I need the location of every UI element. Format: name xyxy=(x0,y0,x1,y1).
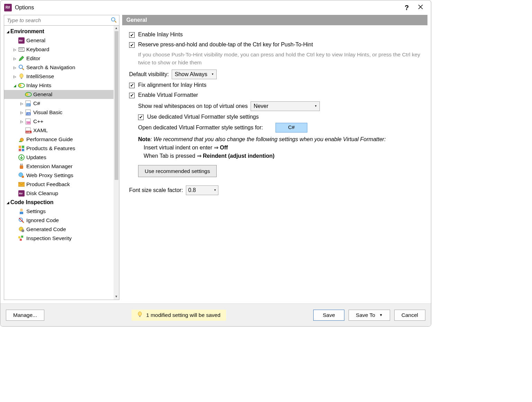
font-scale-label: Font size scale factor: xyxy=(129,186,183,194)
tree-item-ih-general[interactable]: ▷General xyxy=(4,90,114,99)
options-tree[interactable]: ◢Environment ▷R#General ▷Keyboard ▷Edito… xyxy=(4,26,114,300)
chevron-down-icon: ▾ xyxy=(315,104,317,109)
enable-vf-label: Enable Virtual Formatter xyxy=(138,91,198,99)
status-banner: 1 modified setting will be saved xyxy=(132,310,226,321)
tree-section-codeinspection[interactable]: ◢Code Inspection xyxy=(4,198,114,207)
font-scale-select[interactable]: 0.8▾ xyxy=(186,185,218,195)
search-icon xyxy=(111,17,117,23)
scroll-up-icon[interactable]: ▲ xyxy=(114,26,118,30)
show-real-ws-select[interactable]: Never▾ xyxy=(251,101,320,111)
tree-item-keyboard[interactable]: ▷Keyboard xyxy=(4,45,114,54)
enable-inlay-checkbox[interactable]: ✔ xyxy=(129,32,135,38)
tree-item-vb[interactable]: ▷VBVisual Basic xyxy=(4,108,114,117)
panel-header: General xyxy=(122,15,427,25)
svg-point-50 xyxy=(21,229,24,232)
pencil-icon xyxy=(18,55,25,62)
note-block: Note: We recommend that you also change … xyxy=(138,135,421,160)
tree-item-cpp[interactable]: ▷C++C++ xyxy=(4,117,114,126)
settings-panel: General ✔ Enable Inlay Hints ✔ Reserve p… xyxy=(122,15,427,300)
svg-text:C++: C++ xyxy=(26,122,30,124)
reserve-ctrl-label: Reserve press-and-hold and double-tap of… xyxy=(138,40,313,49)
svg-text:VB: VB xyxy=(27,113,30,115)
tree-item-general[interactable]: ▷R#General xyxy=(4,36,114,45)
reserve-ctrl-checkbox[interactable]: ✔ xyxy=(129,42,135,48)
default-visibility-select[interactable]: Show Always▾ xyxy=(172,70,217,79)
tree-item-perfguide[interactable]: ▷Performance Guide xyxy=(4,135,114,144)
use-recommended-button[interactable]: Use recommended settings xyxy=(138,165,217,177)
chevron-down-icon: ▾ xyxy=(214,188,216,193)
enable-vf-checkbox[interactable]: ✔ xyxy=(129,93,135,98)
tree-item-intellisense[interactable]: ▷IntelliSense xyxy=(4,72,114,81)
hint-toggle-icon xyxy=(18,82,25,89)
tree-item-ci-settings[interactable]: ▷Settings xyxy=(4,207,114,216)
svg-rect-40 xyxy=(22,176,24,178)
tree-item-csharp[interactable]: ▷C#C# xyxy=(4,99,114,108)
tree-scrollbar[interactable]: ▲ ▼ xyxy=(114,26,119,300)
title-bar: R# Options ? xyxy=(0,0,431,15)
svg-rect-38 xyxy=(22,164,22,165)
svg-rect-53 xyxy=(20,239,22,241)
vb-file-icon: VB xyxy=(25,109,32,116)
tree-item-extmgr[interactable]: ▷Extension Manager xyxy=(4,162,114,171)
scroll-down-icon[interactable]: ▼ xyxy=(114,295,118,299)
tree-item-editor[interactable]: ▷Editor xyxy=(4,54,114,63)
scrollbar-thumb[interactable] xyxy=(115,31,118,180)
close-button[interactable] xyxy=(414,4,427,11)
svg-point-44 xyxy=(20,209,23,211)
svg-rect-52 xyxy=(21,236,23,238)
tree-item-updates[interactable]: ▷Updates xyxy=(4,153,114,162)
svg-rect-37 xyxy=(20,164,21,165)
open-dedicated-label: Open dedicated Virtual Formatter style s… xyxy=(138,124,263,132)
tree-item-proxy[interactable]: ▷Web Proxy Settings xyxy=(4,171,114,180)
svg-rect-8 xyxy=(21,49,21,49)
svg-rect-9 xyxy=(22,49,23,49)
svg-rect-55 xyxy=(139,316,141,317)
cancel-button[interactable]: Cancel xyxy=(394,310,425,321)
tree-item-ci-severity[interactable]: ▷Inspection Severity xyxy=(4,234,114,243)
tree-item-diskclean[interactable]: ▷R#Disk Cleanup xyxy=(4,189,114,198)
tree-item-products[interactable]: ▷Products & Features xyxy=(4,144,114,153)
hint-toggle-icon xyxy=(25,91,32,98)
xaml-file-icon: XAML xyxy=(25,127,32,134)
gear-star-icon xyxy=(18,226,25,233)
use-dedicated-label: Use dedicated Virtual Formatter style se… xyxy=(147,113,259,121)
help-button[interactable]: ? xyxy=(400,4,414,12)
show-real-ws-label: Show real whitespaces on top of virtual … xyxy=(138,102,248,110)
svg-line-11 xyxy=(22,68,24,70)
tree-item-inlayhints[interactable]: ◢Inlay Hints xyxy=(4,81,114,90)
default-visibility-row: Default visibility: Show Always▾ xyxy=(129,70,421,79)
save-button[interactable]: Save xyxy=(313,310,344,321)
tree-item-xaml[interactable]: ▷XAMLXAML xyxy=(4,126,114,135)
open-csharp-button[interactable]: C# xyxy=(276,123,307,133)
svg-rect-36 xyxy=(20,165,23,169)
resharper-icon: R# xyxy=(4,3,12,12)
fix-alignment-row: ✔ Fix alignment for Inlay Hints xyxy=(129,81,421,89)
svg-point-2 xyxy=(111,18,115,21)
svg-point-12 xyxy=(20,74,23,78)
use-dedicated-checkbox[interactable]: ✔ xyxy=(138,115,144,120)
svg-text:XAML: XAML xyxy=(26,131,31,133)
tree-item-ci-generated[interactable]: ▷Generated Code xyxy=(4,225,114,234)
grid-icon xyxy=(18,145,25,152)
manage-button[interactable]: Manage... xyxy=(6,310,44,321)
search-input[interactable] xyxy=(4,15,119,25)
severity-icon xyxy=(18,235,25,242)
csharp-file-icon: C# xyxy=(25,100,32,107)
chevron-down-icon: ▾ xyxy=(212,72,214,77)
svg-line-3 xyxy=(115,21,116,22)
fix-alignment-checkbox[interactable]: ✔ xyxy=(129,83,135,88)
default-visibility-label: Default visibility: xyxy=(129,70,169,79)
tree-item-ci-ignored[interactable]: ▷Ignored Code xyxy=(4,216,114,225)
tree-item-feedback[interactable]: ▷Product Feedback xyxy=(4,180,114,189)
magnifier-cross-icon xyxy=(18,217,25,224)
enable-inlay-label: Enable Inlay Hints xyxy=(138,30,183,39)
mail-icon xyxy=(18,181,25,188)
save-to-button[interactable]: Save To▼ xyxy=(349,310,390,321)
tree-section-environment[interactable]: ◢Environment xyxy=(4,27,114,36)
open-dedicated-row: Open dedicated Virtual Formatter style s… xyxy=(138,123,421,133)
magnifier-icon xyxy=(18,64,25,71)
tree-item-searchnav[interactable]: ▷Search & Navigation xyxy=(4,63,114,72)
svg-text:R#: R# xyxy=(19,39,23,42)
enable-vf-row: ✔ Enable Virtual Formatter xyxy=(129,91,421,99)
show-real-ws-row: Show real whitespaces on top of virtual … xyxy=(138,101,421,111)
